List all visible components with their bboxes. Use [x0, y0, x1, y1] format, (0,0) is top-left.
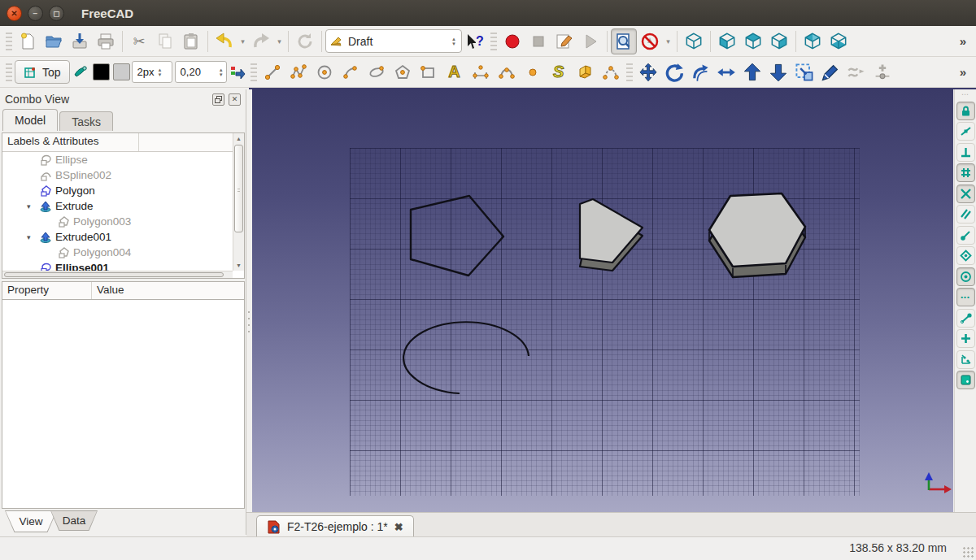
construction-mode-button[interactable]	[70, 59, 91, 85]
tree-vertical-scrollbar[interactable]: ▲ ▼	[233, 133, 244, 271]
draft-rectangle-button[interactable]	[416, 59, 442, 85]
draft-facebinder-button[interactable]	[572, 59, 598, 85]
draft-bspline-button[interactable]	[494, 59, 520, 85]
snap-working-plane-button[interactable]	[956, 371, 975, 389]
draft-dimension-button[interactable]	[468, 59, 494, 85]
draft-rotate-button[interactable]	[661, 59, 687, 85]
scroll-down-icon[interactable]: ▼	[233, 260, 244, 271]
tab-tasks[interactable]: Tasks	[59, 111, 113, 131]
scrollbar-thumb[interactable]	[4, 272, 224, 277]
tree-item-polygon[interactable]: Polygon	[2, 183, 233, 198]
snap-midpoint-button[interactable]	[956, 246, 975, 265]
macro-edit-button[interactable]	[551, 28, 577, 54]
property-table-body[interactable]	[2, 300, 245, 509]
draft-line-button[interactable]	[259, 59, 285, 85]
snap-intersection-button[interactable]	[956, 184, 975, 203]
toolbar-overflow-button[interactable]: »	[960, 34, 973, 48]
toolbar-handle[interactable]	[251, 63, 257, 81]
draft-scale-button[interactable]	[791, 59, 817, 85]
undo-button[interactable]	[211, 28, 237, 54]
window-close-button[interactable]: ✕	[7, 6, 22, 21]
draft-move-button[interactable]	[635, 59, 661, 85]
undo-dropdown[interactable]: ▾	[237, 28, 248, 54]
tree-item-ellipse[interactable]: Ellipse	[2, 152, 233, 167]
snap-center-button[interactable]	[956, 267, 975, 286]
print-button[interactable]	[93, 28, 119, 54]
working-plane-button[interactable]: Top	[15, 60, 70, 84]
tree-item-extrude[interactable]: ▾ Extrude	[2, 198, 233, 214]
view-rear-button[interactable]	[800, 28, 826, 54]
viewport-3d[interactable]: x	[252, 89, 953, 512]
draft-polygon-button[interactable]	[390, 59, 416, 85]
face-color-swatch[interactable]	[113, 63, 130, 80]
snap-ortho-button[interactable]: •••	[956, 288, 975, 306]
apply-style-button[interactable]	[227, 59, 248, 85]
workbench-selector[interactable]: Draft ▲▼	[325, 29, 462, 53]
tab-model[interactable]: Model	[2, 109, 58, 131]
view-front-button[interactable]	[714, 28, 740, 54]
draft-upgrade-button[interactable]	[739, 59, 765, 85]
ellipse-arc[interactable]	[403, 322, 529, 393]
window-minimize-button[interactable]: −	[28, 6, 43, 21]
extruded-plate[interactable]	[580, 199, 643, 271]
draft-offset-button[interactable]	[687, 59, 713, 85]
draw-style-button[interactable]	[637, 28, 663, 54]
resize-grip[interactable]	[962, 546, 974, 558]
document-tab[interactable]: F2-T26-ejemplo : 1* ✖	[256, 515, 414, 537]
toolbar-handle[interactable]	[490, 33, 497, 50]
view-right-button[interactable]	[766, 28, 792, 54]
document-tab-close-button[interactable]: ✖	[394, 521, 403, 533]
tree-item-bspline002[interactable]: BSpline002	[2, 167, 233, 183]
view-bottom-button[interactable]	[826, 28, 852, 54]
snap-near-button[interactable]	[956, 122, 975, 141]
line-width-spin-arrows[interactable]: ▲▼	[158, 67, 163, 77]
pentagon-wire[interactable]	[411, 196, 503, 276]
new-document-button[interactable]	[15, 28, 41, 54]
snap-perpendicular-button[interactable]	[956, 143, 975, 162]
tree-item-polygon003[interactable]: Polygon003	[2, 214, 233, 229]
fit-all-button[interactable]	[611, 28, 637, 54]
toolbar-handle[interactable]	[6, 33, 12, 50]
draw-style-dropdown[interactable]: ▾	[663, 28, 673, 54]
copy-button[interactable]	[152, 28, 178, 54]
draft-downgrade-button[interactable]	[765, 59, 791, 85]
property-column-header[interactable]: Property	[2, 282, 92, 299]
tree-item-ellipse001[interactable]: Ellipse001	[2, 260, 233, 271]
tab-view[interactable]: View	[5, 510, 57, 532]
draft-wire-to-bspline-button[interactable]	[843, 59, 869, 85]
draft-arc-button[interactable]	[338, 59, 364, 85]
redo-button[interactable]	[248, 28, 274, 54]
toolbar-handle[interactable]	[6, 63, 12, 81]
cut-button[interactable]: ✂	[126, 28, 152, 54]
snap-dimensions-button[interactable]	[956, 350, 975, 369]
snap-special-button[interactable]	[956, 329, 975, 348]
macro-record-button[interactable]	[499, 28, 525, 54]
macro-play-button[interactable]	[577, 28, 603, 54]
draft-add-point-button[interactable]	[869, 59, 895, 85]
paste-button[interactable]	[178, 28, 204, 54]
toolbar-handle[interactable]: ⋯	[961, 91, 969, 99]
expander-icon[interactable]: ▾	[27, 202, 31, 211]
view-axonometric-button[interactable]	[681, 28, 707, 54]
draft-trimex-button[interactable]	[713, 59, 739, 85]
line-width-spinbox[interactable]: 2px ▲▼	[132, 61, 172, 83]
tree-item-extrude001[interactable]: ▾ Extrude001	[2, 229, 233, 245]
snap-parallel-button[interactable]	[956, 205, 975, 224]
panel-float-button[interactable]	[212, 93, 224, 106]
expander-icon[interactable]: ▾	[27, 233, 31, 241]
draft-ellipse-button[interactable]	[364, 59, 390, 85]
panel-close-button[interactable]: ✕	[229, 93, 241, 106]
redo-dropdown[interactable]: ▾	[274, 28, 285, 54]
global-scale-spin-arrows[interactable]: ▲▼	[219, 67, 224, 77]
window-maximize-button[interactable]: ◻	[49, 6, 64, 21]
snap-angle-button[interactable]	[956, 309, 975, 328]
value-column-header[interactable]: Value	[92, 282, 129, 299]
scroll-up-icon[interactable]: ▲	[233, 133, 244, 144]
draft-wire-button[interactable]	[285, 59, 312, 85]
draft-shapestring-button[interactable]: S	[546, 59, 572, 85]
save-document-button[interactable]	[67, 28, 93, 54]
line-color-swatch[interactable]	[93, 63, 110, 80]
scrollbar-thumb[interactable]	[234, 145, 243, 232]
draft-edit-button[interactable]	[817, 59, 843, 85]
toolbar-handle[interactable]	[626, 63, 633, 81]
